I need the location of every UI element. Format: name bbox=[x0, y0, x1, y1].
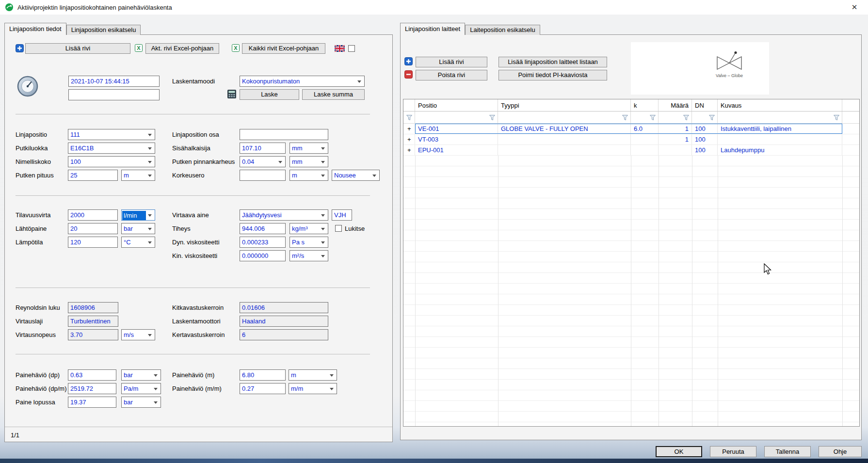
cell-maara[interactable]: 1 bbox=[659, 124, 692, 134]
sisahalkaisija-field[interactable]: 107.10 bbox=[240, 143, 286, 154]
peruuta-button[interactable]: Peruuta bbox=[710, 446, 756, 457]
lahtopaine-unit-select[interactable]: bar bbox=[121, 223, 155, 234]
excel-icon[interactable]: X bbox=[135, 44, 143, 52]
dyn-viskositeetti-field[interactable]: 0.000233 bbox=[240, 237, 286, 248]
col-header-positio[interactable]: Positio bbox=[415, 99, 498, 111]
tab-laiteposition-esikatselu[interactable]: Laiteposition esikatselu bbox=[465, 25, 540, 35]
filter-cell[interactable] bbox=[415, 112, 498, 123]
timestamp-field-2[interactable] bbox=[68, 89, 160, 100]
cell-k[interactable] bbox=[631, 145, 659, 155]
poimi-pi-kaaviosta-button[interactable]: Poimi tiedot PI-kaaviosta bbox=[498, 70, 607, 80]
lisaa-rivi-button[interactable]: Lisää rivi bbox=[25, 43, 130, 54]
filter-cell[interactable] bbox=[631, 112, 659, 123]
filter-cell[interactable] bbox=[498, 112, 631, 123]
close-button[interactable]: ✕ bbox=[846, 0, 863, 15]
virtausnopeus-unit-select[interactable]: m/s bbox=[121, 329, 155, 340]
col-header-maara[interactable]: Määrä bbox=[659, 99, 692, 111]
language-checkbox[interactable] bbox=[348, 45, 355, 52]
filter-icon[interactable] bbox=[833, 114, 840, 121]
lampotila-unit-select[interactable]: °C bbox=[121, 237, 155, 248]
dyn-viskositeetti-unit-select[interactable]: Pa s bbox=[289, 237, 328, 248]
filter-icon[interactable] bbox=[708, 114, 715, 121]
lukitse-checkbox[interactable] bbox=[335, 225, 342, 232]
cell-dn[interactable]: 100 bbox=[692, 134, 718, 144]
cell-k[interactable]: 6.0 bbox=[631, 124, 659, 134]
table-row[interactable]: + VE-001 GLOBE VALVE - FULLY OPEN 6.0 1 … bbox=[403, 124, 859, 134]
cell-tyyppi[interactable] bbox=[498, 134, 631, 144]
filter-icon[interactable] bbox=[622, 114, 628, 121]
korkeusero-direction-select[interactable]: Nousee bbox=[332, 170, 380, 181]
table-row[interactable]: + EPU-001 100 Lauhdepumppu bbox=[403, 145, 859, 156]
cell-tyyppi[interactable] bbox=[498, 145, 631, 155]
akt-rivi-excel-button[interactable]: Akt. rivi Excel-pohjaan bbox=[145, 43, 219, 54]
laske-button[interactable]: Laske bbox=[240, 89, 299, 100]
timestamp-field[interactable]: 2021-10-07 15:44:15 bbox=[68, 76, 160, 87]
lisaa-laitteet-listaan-button[interactable]: Lisää linjaposition laitteet listaan bbox=[498, 57, 607, 67]
ok-button[interactable]: OK bbox=[656, 446, 702, 457]
cell-kuvaus[interactable] bbox=[718, 134, 842, 144]
add-icon[interactable] bbox=[16, 44, 24, 52]
painehavio-mm-field[interactable]: 0.27 bbox=[240, 383, 286, 394]
uk-flag-icon[interactable] bbox=[335, 45, 345, 52]
tiheys-unit-select[interactable]: kg/m³ bbox=[289, 223, 328, 234]
cell-positio[interactable]: VE-001 bbox=[415, 124, 498, 134]
aine-code-field[interactable]: VJH bbox=[332, 209, 352, 221]
filter-icon[interactable] bbox=[489, 114, 496, 121]
painehavio-dp-unit-select[interactable]: bar bbox=[121, 369, 161, 381]
linjaposition-osa-field[interactable] bbox=[240, 129, 328, 140]
ohje-button[interactable]: Ohje bbox=[819, 446, 862, 457]
laske-summa-button[interactable]: Laske summa bbox=[302, 89, 365, 100]
sisahalkaisija-unit-select[interactable]: mm bbox=[289, 143, 328, 154]
tilavuusvirta-field[interactable]: 2000 bbox=[68, 209, 118, 221]
nimelliskoko-select[interactable]: 100 bbox=[68, 156, 155, 167]
painehavio-mm-unit-select[interactable]: m/m bbox=[289, 383, 337, 394]
pinnankarheus-unit-select[interactable]: mm bbox=[289, 156, 328, 167]
paine-lopussa-unit-select[interactable]: bar bbox=[121, 397, 161, 408]
tab-linjaposition-tiedot[interactable]: Linjaposition tiedot bbox=[4, 23, 66, 35]
lampotila-field[interactable]: 120 bbox=[68, 237, 118, 248]
tilavuusvirta-unit-select[interactable]: l/min bbox=[121, 209, 155, 221]
col-header-tyyppi[interactable]: Tyyppi bbox=[498, 99, 631, 111]
calculator-icon[interactable] bbox=[227, 90, 236, 98]
putken-pituus-unit-select[interactable]: m bbox=[121, 170, 155, 181]
row-expand-toggle[interactable]: + bbox=[403, 134, 415, 144]
filter-icon[interactable] bbox=[649, 114, 656, 121]
painehavio-dp-field[interactable]: 0.63 bbox=[68, 369, 116, 381]
tiheys-field[interactable]: 944.006 bbox=[240, 223, 286, 234]
poista-rivi-button[interactable]: Poista rivi bbox=[416, 70, 487, 80]
pinnankarheus-select[interactable]: 0.04 bbox=[240, 156, 286, 167]
table-row[interactable]: + VT-003 1 100 bbox=[403, 134, 859, 145]
virtaava-aine-select[interactable]: Jäähdytysvesi bbox=[240, 209, 328, 221]
korkeusero-field[interactable] bbox=[240, 170, 286, 181]
painehavio-dpm-unit-select[interactable]: Pa/m bbox=[121, 383, 161, 394]
cell-k[interactable] bbox=[631, 134, 659, 144]
painehavio-m-field[interactable]: 6.80 bbox=[240, 369, 286, 381]
cell-dn[interactable]: 100 bbox=[692, 145, 718, 155]
cell-tyyppi[interactable]: GLOBE VALVE - FULLY OPEN bbox=[498, 124, 631, 134]
row-expand-toggle[interactable]: + bbox=[403, 145, 415, 155]
filter-cell[interactable] bbox=[659, 112, 692, 123]
filter-icon[interactable] bbox=[683, 114, 690, 121]
lahtopaine-field[interactable]: 20 bbox=[68, 223, 118, 234]
linjapositio-select[interactable]: 111 bbox=[68, 129, 155, 140]
col-header-dn[interactable]: DN bbox=[692, 99, 718, 111]
lisaa-rivi-button[interactable]: Lisää rivi bbox=[416, 57, 487, 67]
col-header-kuvaus[interactable]: Kuvaus bbox=[718, 99, 842, 111]
cell-kuvaus[interactable]: Lauhdepumppu bbox=[718, 145, 842, 155]
painehavio-m-unit-select[interactable]: m bbox=[289, 369, 337, 381]
kin-viskositeetti-unit-select[interactable]: m²/s bbox=[289, 250, 328, 261]
kin-viskositeetti-field[interactable]: 0.000000 bbox=[240, 250, 286, 261]
tallenna-button[interactable]: Tallenna bbox=[764, 446, 811, 457]
add-icon[interactable] bbox=[404, 57, 413, 65]
remove-icon[interactable] bbox=[404, 70, 413, 79]
row-expand-toggle[interactable]: + bbox=[403, 124, 415, 134]
cell-maara[interactable]: 1 bbox=[659, 134, 692, 144]
filter-icon[interactable] bbox=[406, 114, 413, 121]
korkeusero-unit-select[interactable]: m bbox=[289, 170, 328, 181]
cell-positio[interactable]: EPU-001 bbox=[415, 145, 498, 155]
cell-positio[interactable]: VT-003 bbox=[415, 134, 498, 144]
laskentamoodi-select[interactable]: Kokoonpuristumaton bbox=[240, 76, 365, 87]
cell-dn[interactable]: 100 bbox=[692, 124, 718, 134]
tab-linjaposition-esikatselu[interactable]: Linjaposition esikatselu bbox=[66, 25, 141, 35]
excel-icon[interactable]: X bbox=[232, 44, 240, 52]
